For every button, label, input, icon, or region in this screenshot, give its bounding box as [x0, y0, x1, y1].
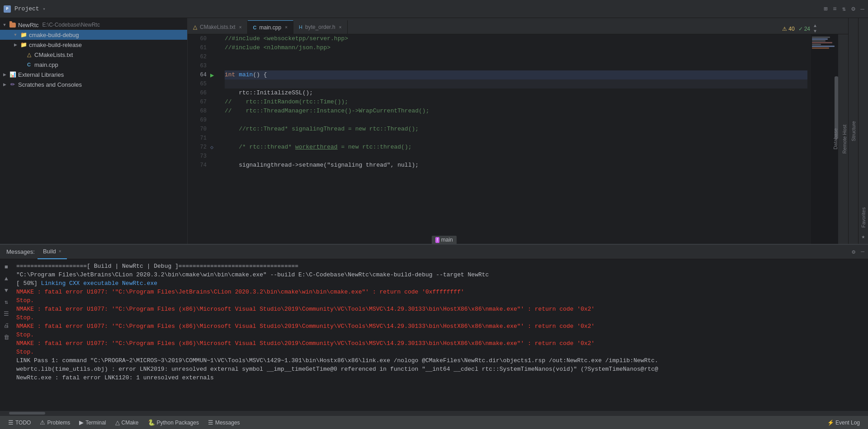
h-scrollbar-thumb[interactable]: [9, 412, 45, 415]
minimize-bottom-icon[interactable]: —: [861, 248, 864, 255]
project-header[interactable]: P Project ▾: [4, 5, 46, 13]
code-line-74: signalingthread->setname("signaling thre…: [225, 161, 807, 170]
tree-item-cmake-release[interactable]: ▶ 📁 cmake-build-release: [0, 40, 187, 50]
tree-item-cmakelists[interactable]: △ CMakeLists.txt: [0, 50, 187, 60]
structure-strip[interactable]: Structure: [848, 18, 858, 244]
favorites-label[interactable]: Favorites: [860, 204, 867, 231]
status-python-packages[interactable]: 🐍 Python Packages: [143, 416, 203, 429]
scroll-down-icon[interactable]: ▼: [2, 286, 10, 294]
tab-cmakelists[interactable]: △ CMakeLists.txt ×: [188, 20, 248, 34]
build-left-icons: ■ ▲ ▼ ⇅ ☰ 🖨 🗑: [0, 261, 13, 409]
messages-status-label: Messages: [215, 420, 240, 426]
code-content[interactable]: //#include <websocketpp/server.hpp> //#i…: [221, 34, 811, 244]
gutter: ▶ ◇: [210, 34, 221, 244]
messages-icon: ☰: [208, 419, 213, 426]
tree-item-extlibs[interactable]: ▶ 📊 External Libraries: [0, 70, 187, 79]
settings-bottom-icon[interactable]: ⚙: [852, 248, 855, 256]
root-path: E:\C-Codebase\NewRtc: [42, 22, 100, 28]
tree-item-maincpp[interactable]: C main.cpp: [0, 60, 187, 70]
maincpp-label: main.cpp: [34, 61, 58, 68]
maincpp-tab-label: main.cpp: [259, 24, 281, 31]
terminal-label: Terminal: [85, 420, 106, 426]
stop-build-icon[interactable]: ■: [2, 263, 10, 271]
tree-root[interactable]: ▼ NewRtc E:\C-Codebase\NewRtc: [0, 20, 187, 30]
todo-icon: ☰: [8, 419, 14, 426]
gutter-71: [210, 134, 221, 143]
close-panel-icon[interactable]: —: [861, 5, 864, 13]
problems-icon: ⚠: [40, 419, 45, 426]
tree-item-scratches[interactable]: ▶ ✏ Scratches and Consoles: [0, 79, 187, 89]
project-dropdown-arrow[interactable]: ▾: [43, 6, 46, 12]
ln-62: 62: [188, 52, 207, 61]
tab-maincpp[interactable]: C main.cpp ×: [248, 20, 294, 34]
status-problems[interactable]: ⚠ Problems: [35, 416, 75, 429]
editor-container: △ CMakeLists.txt × C main.cpp × H byte_o…: [188, 18, 848, 244]
down-arrow[interactable]: ▼: [814, 29, 816, 34]
build-line-13: NewRtc.exe : fatal error LNK1120: 1 unre…: [16, 373, 864, 382]
editor-top-indicators: ⚠ 40 ✓ 24 ▲ ▼: [782, 23, 848, 34]
database-label[interactable]: Database: [832, 125, 839, 153]
filter-icon[interactable]: ⇅: [842, 5, 846, 13]
project-title: Project: [14, 5, 39, 12]
status-todo[interactable]: ☰ TODO: [4, 416, 35, 429]
code-line-64: int main () {: [225, 70, 807, 79]
byteorder-tab-icon: H: [299, 24, 302, 30]
up-arrow[interactable]: ▲: [814, 23, 816, 28]
gutter-68: [210, 107, 221, 116]
build-text-area[interactable]: ====================[ Build | NewRtc | D…: [13, 261, 868, 409]
tree-item-cmake-debug[interactable]: ▼ 📁 cmake-build-debug: [0, 30, 187, 40]
run-gutter-64[interactable]: ▶: [210, 70, 221, 79]
scroll-up-icon[interactable]: ▲: [2, 275, 10, 283]
gutter-73: [210, 152, 221, 161]
status-messages[interactable]: ☰ Messages: [203, 416, 245, 429]
group-build-icon[interactable]: ☰: [2, 310, 10, 318]
build-output: ■ ▲ ▼ ⇅ ☰ 🖨 🗑 ====================[ Buil…: [0, 259, 868, 411]
status-cmake[interactable]: △ CMake: [111, 416, 143, 429]
build-50-text: Linking CXX executable NewRtc.exe: [41, 280, 157, 287]
warning-count[interactable]: ⚠ 40: [782, 26, 794, 32]
project-icon: P: [4, 5, 11, 13]
build-line-10: Stop.: [16, 348, 864, 356]
code-64-punct: () {: [253, 70, 267, 79]
warning-icon: ⚠: [782, 26, 787, 32]
cmakelists-tab-close[interactable]: ×: [239, 25, 242, 30]
filter-build-icon[interactable]: ⇅: [2, 298, 10, 306]
extlibs-arrow: ▶: [2, 72, 7, 77]
build-line-7: NMAKE : fatal error U1077: '"C:\Program …: [16, 322, 864, 331]
cmake-status-label: CMake: [122, 420, 139, 426]
check-count[interactable]: ✓ 24: [798, 26, 810, 32]
gutter-69: [210, 116, 221, 125]
clear-build-icon[interactable]: 🗑: [2, 333, 10, 341]
gutter-60: [210, 34, 221, 43]
code-line-65: [225, 79, 807, 89]
code-line-73: [225, 152, 807, 161]
settings-icon[interactable]: ⚙: [851, 5, 855, 13]
code-74-text: signalingthread->setname("signaling thre…: [225, 161, 419, 170]
extlibs-icon: 📊: [9, 71, 16, 78]
code-editor[interactable]: 60 61 62 63 64 65 66 67 68 69 70 71 72 7…: [188, 34, 848, 244]
remote-host-label[interactable]: Remote Host: [841, 121, 848, 157]
layout-icon[interactable]: ⊞: [824, 5, 827, 13]
add-favorite-icon[interactable]: ★: [860, 231, 867, 242]
gutter-66: [210, 89, 221, 98]
build-line-4: Stop.: [16, 296, 864, 305]
structure-label[interactable]: Structure: [850, 117, 857, 145]
build-tab[interactable]: Build ×: [38, 245, 67, 259]
build-line-12: webrtc.lib(time_utils.obj) : error LNK20…: [16, 365, 864, 373]
mm-1: [812, 37, 830, 38]
print-build-icon[interactable]: 🖨: [2, 322, 10, 330]
code-64-kw: int: [225, 70, 235, 79]
code-line-69: [225, 116, 807, 125]
problems-label: Problems: [47, 420, 70, 426]
byteorder-tab-close[interactable]: ×: [339, 25, 342, 30]
tab-byteorder[interactable]: H byte_order.h ×: [293, 20, 348, 34]
status-event-log[interactable]: ⚡ Event Log: [823, 416, 864, 429]
maincpp-tab-close[interactable]: ×: [285, 25, 288, 30]
root-arrow: ▼: [2, 23, 7, 27]
mm-3: [812, 40, 826, 42]
h-scrollbar[interactable]: [0, 411, 868, 415]
nav-arrows[interactable]: ▲ ▼: [814, 23, 816, 34]
status-terminal[interactable]: ▶ Terminal: [75, 416, 110, 429]
build-tab-close[interactable]: ×: [59, 249, 61, 254]
list-icon[interactable]: ≡: [833, 5, 836, 13]
